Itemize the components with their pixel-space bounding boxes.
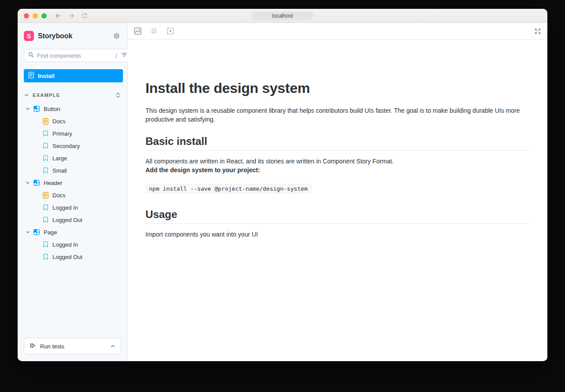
chevron-up-icon[interactable] [110, 344, 115, 349]
story-icon [42, 204, 48, 211]
doc-paragraph: Import components you want into your UI [145, 230, 530, 239]
component-icon [33, 180, 40, 186]
run-tests-button[interactable]: Run tests [24, 338, 121, 355]
search-box[interactable]: / [24, 49, 132, 62]
tree-item-button-primary[interactable]: Primary [18, 127, 127, 140]
story-icon [42, 155, 48, 161]
address-bar[interactable]: localhost [252, 11, 313, 20]
sidebar-search-row: / [24, 49, 121, 62]
chevron-down-icon[interactable] [26, 107, 30, 111]
section-heading-basic-install: Basic install [145, 135, 530, 151]
run-tests-label: Run tests [40, 343, 64, 350]
forward-icon[interactable] [68, 12, 75, 19]
tree-item-button-docs[interactable]: Docs [18, 115, 127, 127]
zoom-button[interactable] [41, 13, 47, 18]
tree-item-header-logged-in[interactable]: Logged In [18, 201, 127, 214]
story-icon [42, 167, 48, 174]
outline-icon[interactable] [167, 27, 174, 35]
tree-item-label: Logged Out [52, 217, 82, 223]
tree-item-button-small[interactable]: Small [18, 164, 127, 177]
search-input[interactable] [37, 52, 115, 59]
tree-item-label: Button [44, 106, 60, 112]
story-icon [42, 254, 48, 260]
chevron-down-icon[interactable] [26, 230, 30, 234]
fullscreen-icon[interactable] [534, 28, 541, 35]
component-icon [33, 106, 40, 112]
story-icon [42, 143, 48, 149]
chevron-down-icon [24, 91, 29, 99]
sidebar-header: S Storybook [18, 23, 127, 44]
tree-item-label: Secondary [52, 143, 80, 149]
tree-item-page-logged-in[interactable]: Logged In [18, 238, 127, 251]
grid-icon[interactable] [150, 27, 158, 35]
tree-item-button[interactable]: Button [18, 103, 127, 115]
brand-title: Storybook [38, 32, 72, 40]
collapse-expand-all-icon[interactable] [115, 92, 121, 98]
doc-intro: This design system is a reusable compone… [145, 106, 530, 124]
section-label: EXAMPLE [33, 92, 60, 98]
story-icon [42, 217, 48, 223]
tree-item-header-logged-out[interactable]: Logged Out [18, 214, 127, 226]
code-snippet: npm install --save @project-name/design-… [145, 184, 311, 193]
backgrounds-icon[interactable] [134, 27, 141, 35]
tree-item-label: Header [44, 180, 63, 186]
tree-item-page[interactable]: Page [18, 226, 127, 238]
run-tests-icon [30, 342, 36, 351]
minimize-button[interactable] [33, 13, 38, 18]
component-icon [33, 229, 40, 235]
sidebar-item-install[interactable]: Install [24, 69, 123, 82]
reload-icon[interactable] [81, 12, 88, 19]
storybook-sidebar: S Storybook / [18, 23, 128, 361]
tree-item-label: Logged In [52, 241, 78, 248]
tree-item-label: Page [44, 229, 57, 236]
search-shortcut-hint: / [115, 52, 117, 59]
doc-title: Install the design system [145, 80, 530, 96]
document-icon [28, 72, 34, 80]
story-icon [42, 241, 48, 248]
docs-icon [42, 192, 48, 199]
docs-icon [42, 118, 48, 125]
sidebar-tree: ButtonDocsPrimarySecondaryLargeSmallHead… [18, 103, 127, 332]
doc-bold-line: Add the design system to your project: [145, 166, 530, 174]
tree-item-label: Small [52, 167, 67, 174]
tree-item-button-secondary[interactable]: Secondary [18, 140, 127, 152]
tree-item-button-large[interactable]: Large [18, 152, 127, 164]
back-icon[interactable] [55, 12, 62, 19]
gear-icon[interactable] [113, 32, 120, 40]
close-button[interactable] [24, 13, 29, 18]
tree-item-label: Docs [52, 118, 66, 125]
doc-paragraph: All components are written in React, and… [145, 157, 530, 166]
story-icon [42, 130, 48, 137]
chevron-down-icon[interactable] [26, 181, 30, 185]
section-heading-usage: Usage [145, 208, 530, 224]
filter-icon[interactable] [121, 52, 127, 59]
code-row: npm install --save @project-name/design-… [145, 184, 530, 193]
tree-item-page-logged-out[interactable]: Logged Out [18, 251, 127, 263]
tree-item-label: Primary [52, 130, 72, 137]
tree-item-label: Large [52, 155, 67, 162]
browser-titlebar: localhost [18, 9, 547, 23]
browser-window: localhost S Storybook [18, 9, 547, 361]
docs-page: Install the design system This design sy… [128, 40, 547, 361]
sidebar-section-example[interactable]: EXAMPLE [24, 91, 121, 99]
preview-canvas: Install the design system This design sy… [128, 23, 547, 361]
storybook-logo[interactable]: S [24, 31, 34, 41]
tree-item-label: Logged Out [52, 254, 82, 260]
window-controls [24, 13, 47, 18]
tree-item-header[interactable]: Header [18, 177, 127, 189]
tree-item-label: Docs [52, 192, 66, 199]
search-icon [28, 52, 34, 59]
tree-item-header-docs[interactable]: Docs [18, 189, 127, 201]
sidebar-item-label: Install [38, 73, 55, 79]
tree-item-label: Logged In [52, 204, 78, 211]
browser-nav [55, 12, 88, 19]
canvas-toolbar [128, 23, 547, 40]
